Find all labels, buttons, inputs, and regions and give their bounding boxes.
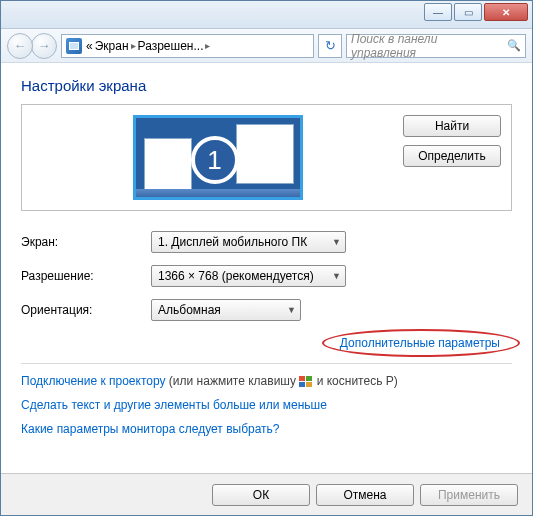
forward-icon: → xyxy=(38,38,51,53)
divider xyxy=(21,363,512,364)
settings-form: Экран: 1. Дисплей мобильного ПК ▼ Разреш… xyxy=(21,231,512,321)
chevron-down-icon: ▼ xyxy=(326,237,341,247)
orientation-row: Ориентация: Альбомная ▼ xyxy=(21,299,512,321)
which-settings-row: Какие параметры монитора следует выбрать… xyxy=(21,422,512,436)
orientation-value: Альбомная xyxy=(158,303,221,317)
close-button[interactable]: ✕ xyxy=(484,3,528,21)
resolution-row: Разрешение: 1366 × 768 (рекомендуется) ▼ xyxy=(21,265,512,287)
refresh-button[interactable]: ↻ xyxy=(318,34,342,58)
screen-row: Экран: 1. Дисплей мобильного ПК ▼ xyxy=(21,231,512,253)
identify-button[interactable]: Определить xyxy=(403,145,501,167)
chevron-down-icon: ▼ xyxy=(326,271,341,281)
dialog-footer: ОК Отмена Применить xyxy=(1,473,532,515)
find-button[interactable]: Найти xyxy=(403,115,501,137)
maximize-button[interactable]: ▭ xyxy=(454,3,482,21)
page-heading: Настройки экрана xyxy=(21,77,512,94)
ok-button[interactable]: ОК xyxy=(212,484,310,506)
preview-buttons: Найти Определить xyxy=(403,115,501,167)
preview-left: 1 xyxy=(32,115,403,200)
resolution-select[interactable]: 1366 × 768 (рекомендуется) ▼ xyxy=(151,265,346,287)
display-preview-panel: 1 Найти Определить xyxy=(21,104,512,211)
close-icon: ✕ xyxy=(502,7,510,18)
content-area: Настройки экрана 1 Найти Определить Экра… xyxy=(1,63,532,473)
search-icon: 🔍 xyxy=(507,39,521,52)
projector-hint: (или нажмите клавишу и коснитесь P) xyxy=(169,374,398,388)
control-panel-icon xyxy=(66,38,82,54)
advanced-link-row: Дополнительные параметры xyxy=(21,333,512,353)
windows-key-icon xyxy=(299,376,313,388)
projector-row: Подключение к проектору (или нажмите кла… xyxy=(21,374,512,388)
breadcrumb-sep-icon: ▸ xyxy=(205,40,210,51)
preview-window-icon xyxy=(144,138,192,193)
search-placeholder: Поиск в панели управления xyxy=(351,32,503,60)
resolution-label: Разрешение: xyxy=(21,269,151,283)
search-input[interactable]: Поиск в панели управления 🔍 xyxy=(346,34,526,58)
cancel-button[interactable]: Отмена xyxy=(316,484,414,506)
preview-window-icon xyxy=(236,124,294,184)
orientation-label: Ориентация: xyxy=(21,303,151,317)
window-titlebar: — ▭ ✕ xyxy=(1,1,532,29)
preview-taskbar-icon xyxy=(136,189,300,197)
orientation-select[interactable]: Альбомная ▼ xyxy=(151,299,301,321)
breadcrumb-sep-icon: ▸ xyxy=(131,40,136,51)
address-bar[interactable]: « Экран ▸ Разрешен... ▸ xyxy=(61,34,314,58)
text-size-row: Сделать текст и другие элементы больше и… xyxy=(21,398,512,412)
apply-button[interactable]: Применить xyxy=(420,484,518,506)
navigation-bar: ← → « Экран ▸ Разрешен... ▸ ↻ Поиск в па… xyxy=(1,29,532,63)
back-icon: ← xyxy=(14,38,27,53)
back-button[interactable]: ← xyxy=(7,33,33,59)
refresh-icon: ↻ xyxy=(325,38,336,53)
minimize-icon: — xyxy=(433,7,443,18)
breadcrumb-item[interactable]: Экран xyxy=(95,39,129,53)
which-settings-link[interactable]: Какие параметры монитора следует выбрать… xyxy=(21,422,280,436)
advanced-settings-link[interactable]: Дополнительные параметры xyxy=(328,333,512,353)
screen-value: 1. Дисплей мобильного ПК xyxy=(158,235,307,249)
chevron-down-icon: ▼ xyxy=(281,305,296,315)
breadcrumb-prefix: « xyxy=(86,39,93,53)
nav-buttons: ← → xyxy=(7,33,57,59)
minimize-button[interactable]: — xyxy=(424,3,452,21)
text-size-link[interactable]: Сделать текст и другие элементы больше и… xyxy=(21,398,327,412)
screen-label: Экран: xyxy=(21,235,151,249)
connect-projector-link[interactable]: Подключение к проектору xyxy=(21,374,166,388)
forward-button[interactable]: → xyxy=(31,33,57,59)
breadcrumb-item[interactable]: Разрешен... xyxy=(138,39,204,53)
monitor-preview[interactable]: 1 xyxy=(133,115,303,200)
maximize-icon: ▭ xyxy=(464,7,473,18)
screen-select[interactable]: 1. Дисплей мобильного ПК ▼ xyxy=(151,231,346,253)
resolution-value: 1366 × 768 (рекомендуется) xyxy=(158,269,314,283)
monitor-number-badge: 1 xyxy=(191,136,239,184)
breadcrumb: « Экран ▸ Разрешен... ▸ xyxy=(86,39,210,53)
